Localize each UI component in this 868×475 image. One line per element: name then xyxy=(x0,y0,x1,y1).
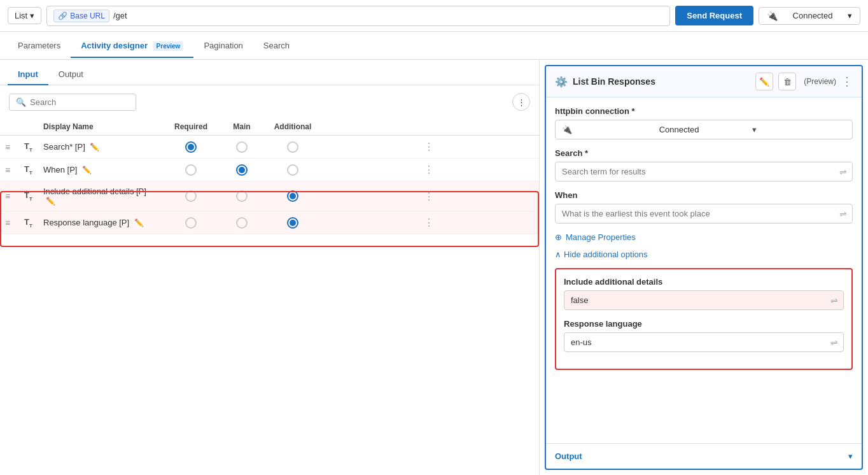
edit-icon[interactable]: ✏️ xyxy=(134,218,144,227)
main-radio-btn[interactable] xyxy=(236,164,248,176)
more-options-button[interactable]: ⋮ xyxy=(512,93,530,111)
required-radio[interactable] xyxy=(165,181,216,211)
list-dropdown[interactable]: List ▾ xyxy=(8,7,41,24)
required-radio-btn[interactable] xyxy=(185,164,197,176)
output-section: Output ▾ xyxy=(546,443,862,469)
drag-handle[interactable]: ≡ xyxy=(0,211,19,234)
additional-radio-btn[interactable] xyxy=(287,141,298,153)
edit-icon[interactable]: ✏️ xyxy=(90,143,99,152)
edit-icon[interactable]: ✏️ xyxy=(46,197,55,206)
required-radio[interactable] xyxy=(165,211,216,234)
additional-radio[interactable] xyxy=(267,159,318,181)
table-row: ≡ TT Response language [P] ✏️ xyxy=(0,211,539,234)
display-name-cell: Search* [P] ✏️ xyxy=(38,136,165,159)
output-label: Output xyxy=(555,451,582,461)
preview-badge: Preview xyxy=(153,41,184,51)
connected-value: Connected xyxy=(659,125,753,134)
params-table-wrapper: Display Name Required Main Additional xyxy=(0,118,539,234)
type-icon: TT xyxy=(19,159,38,181)
required-radio[interactable] xyxy=(165,136,216,159)
delete-panel-button[interactable]: 🗑 xyxy=(778,73,796,90)
main-radio-btn[interactable] xyxy=(236,141,248,153)
when-field-row: ⇌ xyxy=(555,204,853,223)
drag-handle[interactable]: ≡ xyxy=(0,159,19,181)
row-more-btn[interactable]: ⋮ xyxy=(318,211,539,234)
additional-radio[interactable] xyxy=(267,181,318,211)
drag-handle[interactable]: ≡ xyxy=(0,136,19,159)
main-radio[interactable] xyxy=(216,211,267,234)
right-panel-body: httpbin connection * 🔌 Connected ▾ Searc… xyxy=(546,97,862,443)
required-radio[interactable] xyxy=(165,159,216,181)
main-radio[interactable] xyxy=(216,136,267,159)
connection-select[interactable]: 🔌 Connected ▾ xyxy=(555,120,853,139)
response-lang-row: ⇌ xyxy=(564,332,844,352)
main-content: Input Output 🔍 ⋮ xyxy=(0,60,868,475)
chevron-down-icon: ▾ xyxy=(752,125,846,134)
sub-tab-output[interactable]: Output xyxy=(48,64,94,85)
edit-icon[interactable]: ✏️ xyxy=(82,166,92,174)
required-radio-btn[interactable] xyxy=(185,141,197,153)
tab-parameters[interactable]: Parameters xyxy=(8,34,71,58)
connection-label: httpbin connection * xyxy=(555,106,853,116)
tabs-row: Parameters Activity designer Preview Pag… xyxy=(0,32,868,60)
plug-icon: 🔌 xyxy=(562,125,655,134)
chevron-down-icon: ▾ xyxy=(848,451,853,461)
left-search-area: 🔍 ⋮ xyxy=(0,85,539,118)
tab-search[interactable]: Search xyxy=(253,34,300,58)
main-radio[interactable] xyxy=(216,181,267,211)
response-lang-label: Response language xyxy=(564,319,844,329)
connected-dropdown[interactable]: 🔌 Connected ▾ xyxy=(759,7,860,25)
include-details-label: Include additional details xyxy=(564,277,844,287)
output-row[interactable]: Output ▾ xyxy=(555,451,853,461)
connected-label: Connected xyxy=(793,11,833,20)
plug-icon: 🔌 xyxy=(767,11,778,21)
chevron-down-icon: ▾ xyxy=(30,11,34,20)
required-radio-btn[interactable] xyxy=(185,217,197,229)
hide-additional-options-btn[interactable]: ∧ Hide additional options xyxy=(555,250,853,259)
main-radio-btn[interactable] xyxy=(236,190,248,202)
display-name-cell: Response language [P] ✏️ xyxy=(38,211,165,234)
table-row: ≡ TT Search* [P] ✏️ xyxy=(0,136,539,159)
table-row: ≡ TT Include additional details [P] ✏️ xyxy=(0,181,539,211)
filter-icon[interactable]: ⇌ xyxy=(834,209,852,219)
additional-radio-btn[interactable] xyxy=(287,164,298,176)
row-more-btn[interactable]: ⋮ xyxy=(318,181,539,211)
required-radio-btn[interactable] xyxy=(185,190,197,202)
table-row: ≡ TT When [P] ✏️ xyxy=(0,159,539,181)
response-lang-input[interactable] xyxy=(564,333,825,351)
base-url-label: 🔗 Base URL xyxy=(53,10,109,22)
include-details-input[interactable] xyxy=(564,291,825,309)
manage-properties-btn[interactable]: ⊕ Manage Properties xyxy=(555,232,853,242)
row-more-btn[interactable]: ⋮ xyxy=(318,136,539,159)
right-panel-header: ⚙️ List Bin Responses ✏️ 🗑 (Preview) ⋮ xyxy=(546,66,862,97)
edit-panel-button[interactable]: ✏️ xyxy=(755,73,773,90)
sub-tab-input[interactable]: Input xyxy=(8,64,48,85)
col-display-name: Display Name xyxy=(38,118,165,136)
drag-handle[interactable]: ≡ xyxy=(0,181,19,211)
row-more-btn[interactable]: ⋮ xyxy=(318,159,539,181)
panel-more-button[interactable]: ⋮ xyxy=(841,74,853,89)
send-request-button[interactable]: Send Request xyxy=(675,6,753,25)
main-radio-btn[interactable] xyxy=(236,217,248,229)
filter-icon[interactable]: ⇌ xyxy=(825,295,843,306)
filter-icon[interactable]: ⇌ xyxy=(825,337,843,348)
col-more xyxy=(318,118,539,136)
search-field-input[interactable] xyxy=(556,162,834,181)
col-type xyxy=(19,118,38,136)
display-name-cell: Include additional details [P] ✏️ xyxy=(38,181,165,211)
base-url-path[interactable]: /get xyxy=(113,11,127,20)
search-input[interactable] xyxy=(30,97,125,107)
tab-pagination[interactable]: Pagination xyxy=(193,34,253,58)
tab-activity-designer[interactable]: Activity designer Preview xyxy=(71,34,193,58)
ellipsis-vertical-icon: ⋮ xyxy=(517,97,526,107)
right-panel: ⚙️ List Bin Responses ✏️ 🗑 (Preview) ⋮ h… xyxy=(545,65,863,470)
additional-radio[interactable] xyxy=(267,211,318,234)
additional-radio-btn[interactable] xyxy=(287,190,298,202)
search-label: Search * xyxy=(555,148,853,158)
filter-icon[interactable]: ⇌ xyxy=(834,167,852,177)
main-radio[interactable] xyxy=(216,159,267,181)
additional-radio[interactable] xyxy=(267,136,318,159)
base-url-bar: 🔗 Base URL /get xyxy=(46,6,670,26)
when-field-input[interactable] xyxy=(556,204,834,223)
additional-radio-btn[interactable] xyxy=(287,217,298,229)
